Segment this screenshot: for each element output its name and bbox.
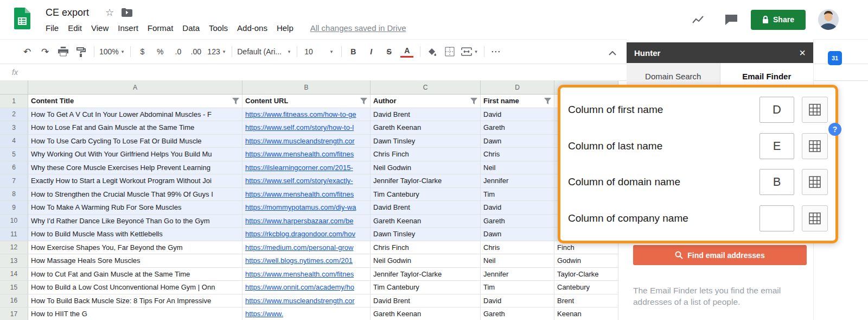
cell-E14[interactable]: Taylor-Clarke bbox=[554, 268, 618, 281]
row-number[interactable]: 14 bbox=[0, 268, 28, 281]
row-number[interactable]: 10 bbox=[0, 215, 28, 228]
format-percent-button[interactable]: % bbox=[154, 45, 167, 59]
borders-button[interactable] bbox=[443, 45, 456, 59]
cell-B16[interactable]: https://www.muscleandstrength.cor bbox=[242, 294, 371, 308]
cell-E17[interactable]: Keenan bbox=[554, 308, 618, 320]
cell-E16[interactable]: Brent bbox=[554, 294, 618, 308]
column-input-2[interactable] bbox=[760, 169, 794, 195]
strikethrough-button[interactable]: S bbox=[382, 45, 395, 59]
avatar[interactable] bbox=[818, 9, 839, 30]
row-number[interactable]: 15 bbox=[0, 281, 28, 294]
paint-format-button[interactable] bbox=[74, 45, 87, 59]
hide-menus-button[interactable] bbox=[609, 48, 616, 58]
undo-button[interactable]: ↶ bbox=[21, 45, 34, 59]
filter-icon[interactable] bbox=[544, 98, 551, 104]
row-number[interactable]: 12 bbox=[0, 241, 28, 255]
column-input-0[interactable] bbox=[760, 97, 794, 123]
select-range-button[interactable] bbox=[802, 205, 828, 231]
menu-edit[interactable]: Edit bbox=[68, 23, 82, 33]
cell-D11[interactable]: Dawn bbox=[481, 228, 554, 241]
bold-button[interactable]: B bbox=[347, 45, 360, 59]
column-header-A[interactable]: A bbox=[28, 80, 242, 95]
cell-B2[interactable]: https://www.fitneass.com/how-to-ge bbox=[242, 108, 371, 122]
text-color-button[interactable]: A bbox=[400, 46, 413, 58]
cell-C16[interactable]: David Brent bbox=[371, 294, 481, 308]
cell-E15[interactable]: Cantebury bbox=[554, 281, 618, 294]
cell-A10[interactable]: Why I'd Rather Dance Like Beyoncé Than G… bbox=[28, 215, 242, 228]
cell-C10[interactable]: Gareth Keenan bbox=[371, 215, 481, 228]
more-toolbar-button[interactable]: ⋯ bbox=[489, 45, 502, 59]
move-folder-icon[interactable] bbox=[122, 8, 132, 17]
cell-C17[interactable]: Gareth Keenan bbox=[371, 308, 481, 320]
header-cell-B1[interactable]: Content URL bbox=[242, 95, 371, 108]
cell-A15[interactable]: How to Build a Low Cost Unconventional H… bbox=[28, 281, 242, 294]
cell-A16[interactable]: How To Build Back Muscle Size: 8 Tips Fo… bbox=[28, 294, 242, 308]
row-number[interactable]: 3 bbox=[0, 121, 28, 135]
cell-A5[interactable]: Why Working Out With Your Girlfriend Hel… bbox=[28, 148, 242, 161]
cell-B15[interactable]: https://www.onnit.com/academy/ho bbox=[242, 281, 371, 294]
cell-D8[interactable]: Tim bbox=[481, 188, 554, 202]
cell-C8[interactable]: Tim Cantebury bbox=[371, 188, 481, 202]
cell-D5[interactable]: Chris bbox=[481, 148, 554, 161]
cell-D3[interactable]: Gareth bbox=[481, 121, 554, 135]
calendar-icon[interactable]: 31 bbox=[828, 51, 842, 65]
header-cell-A1[interactable]: Content Title bbox=[28, 95, 242, 108]
row-number[interactable]: 11 bbox=[0, 228, 28, 241]
cell-B11[interactable]: https://rkcblog.dragondoor.com/hov bbox=[242, 228, 371, 241]
cell-A2[interactable]: How To Get A V Cut In Your Lower Abdomin… bbox=[28, 108, 242, 122]
fill-color-button[interactable] bbox=[425, 45, 438, 59]
star-icon[interactable]: ☆ bbox=[105, 8, 114, 17]
cell-D15[interactable]: Tim bbox=[481, 281, 554, 294]
cell-D16[interactable]: David bbox=[481, 294, 554, 308]
cell-B12[interactable]: https://medium.com/personal-grow bbox=[242, 241, 371, 255]
row-number[interactable]: 9 bbox=[0, 201, 28, 215]
cell-B13[interactable]: https://well.blogs.nytimes.com/201 bbox=[242, 254, 371, 268]
more-formats-button[interactable]: 123 ▾ bbox=[207, 45, 225, 59]
cell-B17[interactable]: https://www. bbox=[242, 308, 371, 320]
font-size-select[interactable]: 10 ▾ bbox=[302, 45, 335, 59]
cell-B7[interactable]: https://www.self.com/story/exactly- bbox=[242, 174, 371, 188]
cell-A8[interactable]: How to Strengthen the Crucial Muscle Tha… bbox=[28, 188, 242, 202]
cell-D6[interactable]: Neil bbox=[481, 161, 554, 175]
menu-addons[interactable]: Add-ons bbox=[237, 23, 267, 33]
cell-A12[interactable]: How Exercise Shapes You, Far Beyond the … bbox=[28, 241, 242, 255]
share-button[interactable]: Share bbox=[751, 10, 806, 30]
cell-B8[interactable]: https://www.menshealth.com/fitnes bbox=[242, 188, 371, 202]
row-number[interactable]: 8 bbox=[0, 188, 28, 202]
menu-view[interactable]: View bbox=[91, 23, 108, 33]
italic-button[interactable]: I bbox=[365, 45, 378, 59]
cell-B6[interactable]: https://ilslearningcorner.com/2015- bbox=[242, 161, 371, 175]
cell-C4[interactable]: Dawn Tinsley bbox=[371, 135, 481, 148]
merge-cells-button[interactable]: ▾ bbox=[461, 45, 477, 59]
row-number[interactable]: 13 bbox=[0, 254, 28, 268]
row-number[interactable]: 6 bbox=[0, 161, 28, 175]
redo-button[interactable]: ↷ bbox=[39, 45, 52, 59]
menu-insert[interactable]: Insert bbox=[118, 23, 138, 33]
cell-C7[interactable]: Jennifer Taylor-Clarke bbox=[371, 174, 481, 188]
cell-D14[interactable]: Jennifer bbox=[481, 268, 554, 281]
increase-decimals-button[interactable]: .00 bbox=[189, 45, 202, 59]
sheets-logo[interactable] bbox=[14, 8, 30, 29]
cell-D4[interactable]: Dawn bbox=[481, 135, 554, 148]
cell-A4[interactable]: How To Use Carb Cycling To Lose Fat Or B… bbox=[28, 135, 242, 148]
select-range-button[interactable] bbox=[802, 133, 828, 159]
cell-A11[interactable]: How to Build Muscle Mass with Kettlebell… bbox=[28, 228, 242, 241]
doc-title[interactable]: CE export bbox=[46, 7, 89, 18]
font-family-select[interactable]: Default (Ari... ▾ bbox=[237, 45, 290, 59]
cell-D2[interactable]: David bbox=[481, 108, 554, 122]
cell-C13[interactable]: Neil Godwin bbox=[371, 254, 481, 268]
cell-B5[interactable]: https://www.menshealth.com/fitnes bbox=[242, 148, 371, 161]
cell-C12[interactable]: Chris Finch bbox=[371, 241, 481, 255]
print-button[interactable] bbox=[56, 45, 69, 59]
cell-D13[interactable]: Neil bbox=[481, 254, 554, 268]
cell-A9[interactable]: How To Make A Warming Rub For Sore Muscl… bbox=[28, 201, 242, 215]
cell-A13[interactable]: How Massage Heals Sore Muscles bbox=[28, 254, 242, 268]
select-range-button[interactable] bbox=[802, 97, 828, 123]
filter-icon[interactable] bbox=[470, 98, 477, 104]
row-number[interactable]: 1 bbox=[0, 95, 28, 108]
cell-D12[interactable]: Chris bbox=[481, 241, 554, 255]
cell-D17[interactable]: Gareth bbox=[481, 308, 554, 320]
cell-A6[interactable]: Why these Core Muscle Exercises Help Pre… bbox=[28, 161, 242, 175]
cell-A7[interactable]: Exactly How to Start a Legit Workout Pro… bbox=[28, 174, 242, 188]
format-currency-button[interactable]: $ bbox=[136, 45, 149, 59]
